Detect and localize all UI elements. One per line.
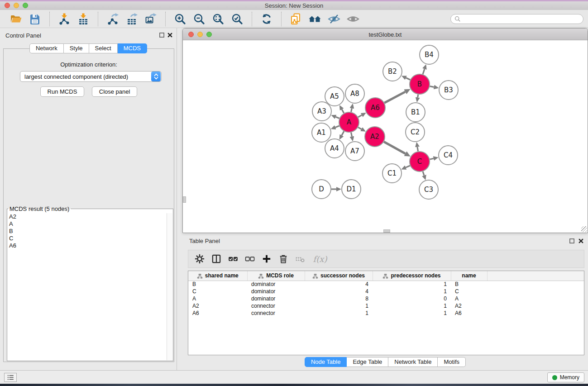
criterion-select[interactable]: largest connected component (directed) <box>20 71 162 82</box>
vertical-scroll-nub[interactable] <box>183 196 186 203</box>
graph-node-B[interactable]: B <box>410 74 430 94</box>
graph-edge-A-A7[interactable] <box>351 133 352 137</box>
tab-style[interactable]: Style <box>64 43 89 53</box>
import-network-button[interactable] <box>55 11 74 27</box>
table-cell[interactable]: A6 <box>451 310 487 317</box>
graph-edge-A-A2[interactable] <box>358 127 361 129</box>
table-cell[interactable]: 1 <box>373 302 451 310</box>
table-cell[interactable]: 4 <box>305 281 373 288</box>
graph-edge-C-C2[interactable] <box>417 147 418 152</box>
graph-node-C2[interactable]: C2 <box>406 123 425 142</box>
table-cell[interactable]: A2 <box>188 302 247 310</box>
graph-edge-B-B1[interactable] <box>418 95 418 98</box>
graph-edge-C-C1[interactable] <box>406 166 410 167</box>
graph-node-D[interactable]: D <box>312 180 331 199</box>
mcds-result-item[interactable]: A6 <box>8 242 167 249</box>
table-cell[interactable]: 1 <box>373 281 451 288</box>
table-cell[interactable]: A6 <box>188 310 247 317</box>
graph-node-A3[interactable]: A3 <box>312 102 331 121</box>
tab-edge-table[interactable]: Edge Table <box>347 357 388 367</box>
show-details-button[interactable] <box>344 11 363 27</box>
table-cell[interactable]: 1 <box>373 288 451 295</box>
column-header-MCDS-role[interactable]: MCDS role <box>247 271 305 281</box>
graph-node-A2[interactable]: A2 <box>365 127 385 147</box>
table-cell[interactable]: 1 <box>305 310 373 317</box>
refresh-button[interactable] <box>257 11 276 27</box>
table-close-panel-icon[interactable] <box>578 238 584 244</box>
table-cell[interactable]: 1 <box>373 310 451 317</box>
horizontal-scroll-nub[interactable] <box>383 229 390 233</box>
zoom-selected-button[interactable] <box>228 11 247 27</box>
table-cell[interactable]: dominator <box>247 295 305 302</box>
table-row[interactable]: A2connector11A2 <box>188 302 584 310</box>
duplicate-network-button[interactable] <box>287 11 306 27</box>
graph-edge-B-B3[interactable] <box>430 86 434 87</box>
column-header-successor-nodes[interactable]: successor nodes <box>305 271 373 281</box>
graph-node-B4[interactable]: B4 <box>420 45 439 64</box>
tab-node-table[interactable]: Node Table <box>305 357 347 367</box>
table-cell[interactable]: 1 <box>305 302 373 310</box>
table-cell[interactable]: dominator <box>247 281 305 288</box>
graph-node-C[interactable]: C <box>410 152 430 172</box>
graph-node-B2[interactable]: B2 <box>383 62 402 81</box>
tab-select[interactable]: Select <box>89 43 118 53</box>
save-button[interactable] <box>25 11 44 27</box>
table-row[interactable]: Cdominator41C <box>188 288 584 295</box>
float-panel-icon[interactable] <box>158 32 165 38</box>
result-scrollbar[interactable] <box>167 213 172 360</box>
column-header-predecessor-nodes[interactable]: predecessor nodes <box>373 271 451 281</box>
table-cell[interactable]: A <box>451 295 487 302</box>
graph-edge-A-A3[interactable] <box>336 117 339 118</box>
table-cell[interactable]: B <box>451 281 487 288</box>
graph-edge-C-C3[interactable] <box>423 172 424 176</box>
table-cell[interactable]: C <box>451 288 487 295</box>
table-cell[interactable]: 0 <box>373 295 451 302</box>
tab-mcds[interactable]: MCDS <box>118 43 147 53</box>
graph-node-A1[interactable]: A1 <box>312 123 331 142</box>
graph-edge-A6-B[interactable] <box>384 92 405 103</box>
graph-node-C4[interactable]: C4 <box>439 146 458 165</box>
tab-network[interactable]: Network <box>29 43 64 53</box>
graph-node-D1[interactable]: D1 <box>342 180 361 199</box>
tab-motifs[interactable]: Motifs <box>438 357 466 367</box>
graph-node-A6[interactable]: A6 <box>365 98 385 118</box>
graph-node-A7[interactable]: A7 <box>345 142 364 161</box>
import-table-button[interactable] <box>74 11 93 27</box>
table-row[interactable]: Adominator80A <box>188 295 584 302</box>
table-cell[interactable]: A <box>188 295 247 302</box>
memory-button[interactable]: Memory <box>547 372 584 382</box>
hide-details-button[interactable] <box>325 11 344 27</box>
network-window-titlebar[interactable]: testGlobe.txt <box>183 29 588 40</box>
graph-node-B1[interactable]: B1 <box>406 103 425 122</box>
graph-node-A5[interactable]: A5 <box>325 87 344 106</box>
run-mcds-button[interactable]: Run MCDS <box>40 86 85 97</box>
graph-node-C1[interactable]: C1 <box>382 164 402 183</box>
export-image-button[interactable] <box>141 11 160 27</box>
zoom-in-button[interactable] <box>171 11 190 27</box>
network-graph[interactable]: B4B2BB3A8A5A6A3B1AA1C2A2A4A7C4CC1DD1C3 <box>183 40 588 233</box>
graph-edge-A2-C[interactable] <box>384 142 405 153</box>
zoom-out-button[interactable] <box>190 11 209 27</box>
mcds-result-item[interactable]: A <box>8 220 167 228</box>
column-header-name[interactable]: name <box>451 271 487 281</box>
table-float-panel-icon[interactable] <box>569 238 575 244</box>
graph-edge-C-C4[interactable] <box>430 158 434 159</box>
graph-edge-A-A4[interactable] <box>342 131 344 135</box>
graph-node-B3[interactable]: B3 <box>439 81 458 100</box>
table-cell[interactable]: A2 <box>451 302 487 310</box>
tab-network-table[interactable]: Network Table <box>388 357 438 367</box>
table-row[interactable]: Bdominator41B <box>188 281 584 288</box>
table-cell[interactable]: C <box>188 288 247 295</box>
graph-edge-B-B4[interactable] <box>423 69 425 74</box>
table-cell[interactable]: connector <box>247 310 305 317</box>
delete-column-button[interactable] <box>277 252 290 266</box>
table-cell[interactable]: connector <box>247 302 305 310</box>
graph-node-A8[interactable]: A8 <box>345 84 364 103</box>
table-cell[interactable]: B <box>188 281 247 288</box>
table-cell[interactable]: 8 <box>305 295 373 302</box>
graph-edge-A-A5[interactable] <box>342 110 344 113</box>
export-network-button[interactable] <box>103 11 122 27</box>
graph-edge-A-A6[interactable] <box>358 115 362 117</box>
graph-edge-B-B2[interactable] <box>406 78 410 80</box>
mcds-result-item[interactable]: C <box>8 235 167 242</box>
